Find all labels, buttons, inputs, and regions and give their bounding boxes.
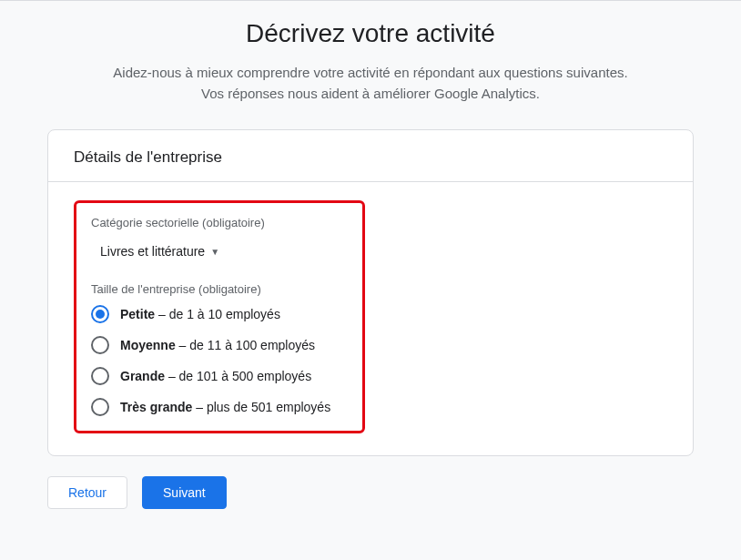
radio-label: Grande – de 101 à 500 employés [120, 369, 311, 383]
card-header: Détails de l'entreprise [48, 130, 693, 182]
radio-label: Petite – de 1 à 10 employés [120, 307, 280, 321]
business-details-card: Détails de l'entreprise Catégorie sector… [47, 129, 694, 456]
radio-icon [91, 305, 109, 323]
size-option-moyenne[interactable]: Moyenne – de 11 à 100 employés [91, 336, 348, 354]
back-button[interactable]: Retour [47, 476, 127, 509]
size-option-tres-grande[interactable]: Très grande – plus de 501 employés [91, 398, 348, 416]
radio-label: Moyenne – de 11 à 100 employés [120, 338, 315, 352]
subtitle-line-2: Vos réponses nous aident à améliorer Goo… [201, 86, 540, 101]
highlight-box: Catégorie sectorielle (obligatoire) Livr… [74, 200, 365, 433]
dropdown-arrow-icon: ▼ [210, 247, 219, 257]
radio-label: Très grande – plus de 501 employés [120, 400, 330, 414]
category-selected-value: Livres et littérature [100, 244, 205, 259]
size-option-petite[interactable]: Petite – de 1 à 10 employés [91, 305, 348, 323]
radio-icon [91, 398, 109, 416]
page-subtitle: Aidez-nous à mieux comprendre votre acti… [47, 63, 694, 104]
category-label: Catégorie sectorielle (obligatoire) [91, 216, 348, 229]
subtitle-line-1: Aidez-nous à mieux comprendre votre acti… [113, 65, 627, 80]
category-dropdown[interactable]: Livres et littérature ▼ [93, 239, 227, 264]
page-title: Décrivez votre activité [47, 19, 694, 48]
size-option-grande[interactable]: Grande – de 101 à 500 employés [91, 367, 348, 385]
next-button[interactable]: Suivant [142, 476, 227, 509]
radio-icon [91, 336, 109, 354]
size-radio-group: Petite – de 1 à 10 employés Moyenne – de… [91, 305, 348, 416]
size-label: Taille de l'entreprise (obligatoire) [91, 282, 348, 296]
radio-icon [91, 367, 109, 385]
button-row: Retour Suivant [47, 476, 694, 509]
